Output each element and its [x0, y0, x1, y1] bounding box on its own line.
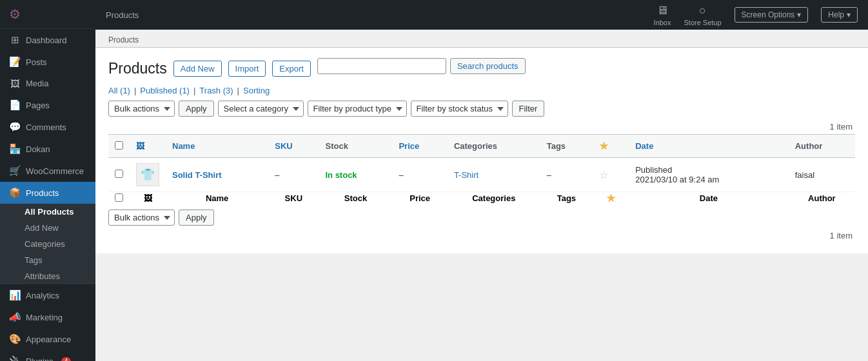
th-star-bottom[interactable]: ★ [593, 192, 629, 205]
th-tags: Tags [540, 135, 593, 158]
filter-product-type-select[interactable]: Filter by product type [308, 101, 407, 117]
topbar-inbox-label: Inbox [654, 19, 671, 26]
store-setup-icon: ○ [699, 4, 706, 17]
sidebar-item-comments[interactable]: 💬 Comments [0, 116, 95, 138]
products-table: 🖼 Name SKU Stock Price Categories Tags ★… [108, 134, 855, 204]
sidebar-sub-categories[interactable]: Categories [0, 236, 95, 252]
dokan-icon: 🏪 [9, 143, 21, 155]
filter-button[interactable]: Filter [512, 101, 545, 117]
import-button[interactable]: Import [228, 61, 266, 77]
row-img-cell: 👕 [130, 158, 166, 192]
search-input[interactable] [317, 58, 446, 74]
sidebar-item-label: Posts [26, 57, 47, 67]
row-checkbox-cell [108, 158, 130, 192]
help-chevron: ▾ [847, 10, 851, 19]
sidebar-item-plugins[interactable]: 🔌 Plugins 4 [0, 350, 95, 361]
analytics-icon: 📊 [9, 289, 21, 301]
table-footer: 🖼 Name SKU Stock Price Categories Tags ★… [108, 192, 855, 205]
th-img-bottom: 🖼 [130, 192, 166, 205]
th-name-bottom[interactable]: Name [166, 192, 268, 205]
th-checkbox [108, 135, 130, 158]
export-button[interactable]: Export [272, 61, 311, 77]
sidebar-item-posts[interactable]: 📝 Posts [0, 51, 95, 73]
sidebar-item-woocommerce[interactable]: 🛒 WooCommerce [0, 160, 95, 182]
topbar-store-setup-label: Store Setup [684, 19, 722, 26]
select-all-checkbox-bottom[interactable] [115, 193, 123, 202]
sidebar-item-label: Pages [26, 101, 50, 110]
th-sku-bottom[interactable]: SKU [268, 192, 319, 205]
plugins-icon: 🔌 [9, 355, 21, 361]
sidebar-item-label: Products [26, 188, 59, 198]
wp-logo-icon: ⚙ [9, 6, 21, 22]
sidebar-sub-add-new[interactable]: Add New [0, 220, 95, 236]
th-name[interactable]: Name [166, 135, 268, 158]
sublink-sorting[interactable]: Sorting [243, 86, 270, 95]
filter-row-bottom: Bulk actions Apply [108, 210, 855, 226]
bulk-actions-select-top[interactable]: Bulk actions [108, 101, 175, 117]
sidebar-logo: ⚙ [0, 0, 95, 29]
th-date[interactable]: Date [629, 135, 789, 158]
star-sort-icon: ★ [599, 141, 608, 151]
sidebar-item-label: Comments [26, 122, 66, 132]
sidebar-item-dokan[interactable]: 🏪 Dokan [0, 138, 95, 160]
sidebar-item-label: Appearance [26, 335, 71, 344]
sidebar-item-analytics[interactable]: 📊 Analytics [0, 284, 95, 306]
count-bottom: 1 item [108, 231, 855, 240]
sidebar-item-marketing[interactable]: 📣 Marketing [0, 306, 95, 328]
row-star-icon[interactable]: ☆ [599, 170, 608, 180]
help-btn[interactable]: Help ▾ [821, 7, 858, 23]
th-price-bottom[interactable]: Price [392, 192, 447, 205]
sidebar-item-label: Marketing [26, 313, 63, 322]
sublink-published[interactable]: Published (1) [140, 86, 190, 95]
content-area: Products Products Add New Import Export … [95, 30, 868, 361]
row-name-cell[interactable]: Solid T-Shirt [166, 158, 268, 192]
sidebar-sub-attributes[interactable]: Attributes [0, 268, 95, 284]
th-price[interactable]: Price [392, 135, 447, 158]
filter-stock-status-select[interactable]: Filter by stock status [411, 101, 508, 117]
sidebar-products-submenu: All Products Add New Categories Tags Att… [0, 204, 95, 284]
comments-icon: 💬 [9, 121, 21, 133]
dashboard-icon: ⊞ [9, 34, 21, 46]
sidebar-item-products[interactable]: 📦 Products [0, 182, 95, 204]
table-row: 👕 Solid T-Shirt – In stock – T-Shirt – ☆ [108, 158, 855, 192]
row-checkbox[interactable] [115, 170, 123, 178]
sublink-all[interactable]: All (1) [108, 86, 130, 95]
sidebar-sub-all-products[interactable]: All Products [0, 204, 95, 220]
sidebar-item-pages[interactable]: 📄 Pages [0, 94, 95, 116]
select-category-select[interactable]: Select a category [218, 101, 304, 117]
sublink-trash[interactable]: Trash (3) [199, 86, 233, 95]
th-date-bottom[interactable]: Date [629, 192, 789, 205]
plugins-badge: 4 [61, 357, 72, 362]
page-title-row: Products Add New Import Export Search pr… [108, 58, 855, 79]
topbar-inbox-btn[interactable]: 🖥 Inbox [654, 4, 671, 26]
sep-3: | [237, 86, 239, 95]
sidebar-item-label: Dokan [26, 144, 50, 154]
row-tags-cell: – [540, 158, 593, 192]
help-label: Help [828, 10, 844, 19]
th-sku[interactable]: SKU [268, 135, 319, 158]
appearance-icon: 🎨 [9, 333, 21, 345]
sidebar-item-media[interactable]: 🖼 Media [0, 73, 95, 94]
apply-bulk-top[interactable]: Apply [179, 101, 214, 117]
bulk-actions-select-bottom[interactable]: Bulk actions [108, 210, 175, 226]
products-icon: 📦 [9, 187, 21, 199]
sidebar-item-appearance[interactable]: 🎨 Appearance [0, 328, 95, 350]
sidebar-item-dashboard[interactable]: ⊞ Dashboard [0, 29, 95, 51]
row-date-value: 2021/03/10 at 9:24 am [635, 175, 719, 184]
sep-2: | [193, 86, 195, 95]
select-all-checkbox-top[interactable] [115, 141, 123, 150]
row-categories-cell[interactable]: T-Shirt [448, 158, 540, 192]
sidebar-sub-tags[interactable]: Tags [0, 252, 95, 268]
th-star[interactable]: ★ [593, 135, 629, 158]
table-header: 🖼 Name SKU Stock Price Categories Tags ★… [108, 135, 855, 158]
topbar: Products 🖥 Inbox ○ Store Setup Screen Op… [95, 0, 868, 30]
add-new-button[interactable]: Add New [173, 61, 222, 77]
screen-options-label: Screen Options [742, 10, 795, 19]
apply-bulk-bottom[interactable]: Apply [179, 210, 214, 226]
inbox-icon: 🖥 [656, 4, 668, 17]
topbar-store-setup-btn[interactable]: ○ Store Setup [684, 4, 722, 26]
search-products-button[interactable]: Search products [450, 58, 526, 74]
topbar-right: 🖥 Inbox ○ Store Setup Screen Options ▾ H… [654, 4, 858, 26]
row-date-cell: Published 2021/03/10 at 9:24 am [629, 158, 789, 192]
screen-options-btn[interactable]: Screen Options ▾ [735, 7, 809, 23]
